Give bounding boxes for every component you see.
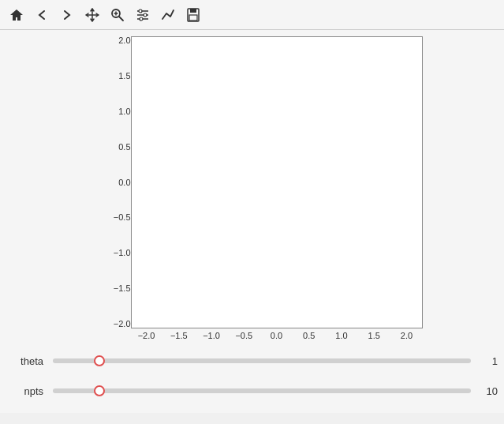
theta-row: theta 1 xyxy=(6,348,498,373)
controls: theta 1 npts 10 xyxy=(0,343,504,413)
chart-area: 2.0 1.5 1.0 0.5 0.0 −0.5 −1.0 −1.5 −2.0 … xyxy=(98,36,423,340)
y-label-0: 0.0 xyxy=(118,178,130,187)
svg-rect-12 xyxy=(189,15,197,21)
npts-value: 10 xyxy=(474,385,498,397)
y-label-neg1.5: −1.5 xyxy=(114,284,131,293)
pan-icon[interactable] xyxy=(82,5,103,25)
forward-icon[interactable] xyxy=(57,5,77,25)
npts-label: npts xyxy=(6,385,50,397)
svg-line-1 xyxy=(119,17,123,21)
x-label-1: 1.0 xyxy=(326,331,357,340)
svg-point-9 xyxy=(140,17,143,21)
x-label-neg1: −1.0 xyxy=(196,331,227,340)
npts-slider[interactable] xyxy=(53,388,471,393)
save-icon[interactable] xyxy=(183,5,203,25)
x-label-2: 2.0 xyxy=(391,331,423,340)
y-axis: 2.0 1.5 1.0 0.5 0.0 −0.5 −1.0 −1.5 −2.0 xyxy=(98,36,131,328)
y-label-neg0.5: −0.5 xyxy=(114,213,131,222)
settings-icon[interactable] xyxy=(133,5,153,25)
y-label-neg2: −2.0 xyxy=(114,320,131,328)
y-label-1: 1.0 xyxy=(118,107,130,116)
home-icon[interactable] xyxy=(6,5,27,25)
theta-value: 1 xyxy=(474,355,498,367)
theta-slider[interactable] xyxy=(53,358,471,363)
zoom-icon[interactable] xyxy=(107,5,128,25)
x-label-1.5: 1.5 xyxy=(358,331,390,340)
x-label-neg2: −2.0 xyxy=(131,331,162,340)
npts-row: npts 10 xyxy=(6,378,498,403)
x-label-0: 0.0 xyxy=(261,331,293,340)
plot-svg[interactable] xyxy=(131,36,423,328)
svg-point-7 xyxy=(139,9,142,13)
x-label-0.5: 0.5 xyxy=(293,331,325,340)
theta-label: theta xyxy=(6,355,50,367)
svg-rect-11 xyxy=(190,9,196,13)
line-icon[interactable] xyxy=(158,5,178,25)
y-label-1.5: 1.5 xyxy=(118,72,130,81)
x-label-neg0.5: −0.5 xyxy=(228,331,259,340)
plot-container: 2.0 1.5 1.0 0.5 0.0 −0.5 −1.0 −1.5 −2.0 … xyxy=(0,30,504,343)
back-icon[interactable] xyxy=(32,5,52,25)
x-axis: −2.0 −1.5 −1.0 −0.5 0.0 0.5 1.0 1.5 2.0 xyxy=(131,331,423,340)
x-label-neg1.5: −1.5 xyxy=(163,331,195,340)
toolbar xyxy=(0,0,504,30)
y-label-neg1: −1.0 xyxy=(114,249,131,257)
y-label-2: 2.0 xyxy=(118,36,130,45)
svg-point-8 xyxy=(144,13,147,17)
y-label-0.5: 0.5 xyxy=(118,143,130,152)
